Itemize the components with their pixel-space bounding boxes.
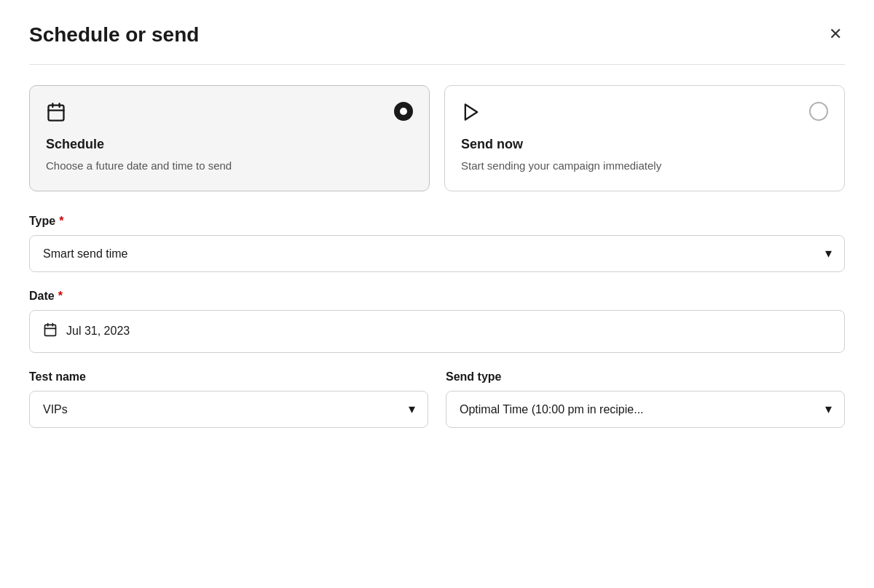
modal-header: Schedule or send ✕ xyxy=(29,23,845,47)
date-input[interactable]: Jul 31, 2023 xyxy=(29,310,845,353)
calendar-small-icon xyxy=(43,322,58,341)
date-value: Jul 31, 2023 xyxy=(66,325,130,338)
svg-marker-4 xyxy=(465,105,477,120)
close-button[interactable]: ✕ xyxy=(826,23,845,45)
send-icon xyxy=(461,102,481,127)
bottom-row: Test name VIPs All Subscribers New Custo… xyxy=(29,370,845,445)
calendar-icon xyxy=(46,102,66,127)
send-type-section: Send type Optimal Time (10:00 pm in reci… xyxy=(446,370,845,428)
test-name-section: Test name VIPs All Subscribers New Custo… xyxy=(29,370,428,428)
date-section: Date * Jul 31, 2023 xyxy=(29,290,845,353)
schedule-option-card[interactable]: Schedule Choose a future date and time t… xyxy=(29,85,430,191)
options-row: Schedule Choose a future date and time t… xyxy=(29,85,845,191)
svg-rect-0 xyxy=(49,106,64,121)
schedule-description: Choose a future date and time to send xyxy=(46,158,413,175)
test-name-label: Test name xyxy=(29,370,428,384)
schedule-card-top xyxy=(46,102,413,127)
send-now-title: Send now xyxy=(461,137,828,152)
send-now-radio[interactable] xyxy=(809,102,828,121)
svg-rect-5 xyxy=(45,325,56,335)
type-required-star: * xyxy=(59,215,63,228)
send-now-description: Start sending your campaign immediately xyxy=(461,158,828,175)
date-required-star: * xyxy=(58,290,63,303)
test-name-select[interactable]: VIPs All Subscribers New Customers xyxy=(29,391,428,428)
send-type-label: Send type xyxy=(446,370,845,384)
test-name-select-wrapper: VIPs All Subscribers New Customers ▾ xyxy=(29,391,428,428)
type-label: Type * xyxy=(29,215,845,228)
send-now-card-top xyxy=(461,102,828,127)
header-divider xyxy=(29,64,845,65)
type-select[interactable]: Smart send time Scheduled Time Zone Base… xyxy=(29,235,845,272)
modal-title: Schedule or send xyxy=(29,23,199,47)
send-type-select[interactable]: Optimal Time (10:00 pm in recipie... Fix… xyxy=(446,391,845,428)
send-type-select-wrapper: Optimal Time (10:00 pm in recipie... Fix… xyxy=(446,391,845,428)
schedule-radio[interactable] xyxy=(394,102,413,121)
close-icon: ✕ xyxy=(829,25,842,43)
type-section: Type * Smart send time Scheduled Time Zo… xyxy=(29,215,845,272)
type-select-wrapper: Smart send time Scheduled Time Zone Base… xyxy=(29,235,845,272)
schedule-title: Schedule xyxy=(46,137,413,152)
date-label: Date * xyxy=(29,290,845,303)
send-now-option-card[interactable]: Send now Start sending your campaign imm… xyxy=(444,85,845,191)
schedule-or-send-modal: Schedule or send ✕ Schedule Choo xyxy=(0,0,874,588)
